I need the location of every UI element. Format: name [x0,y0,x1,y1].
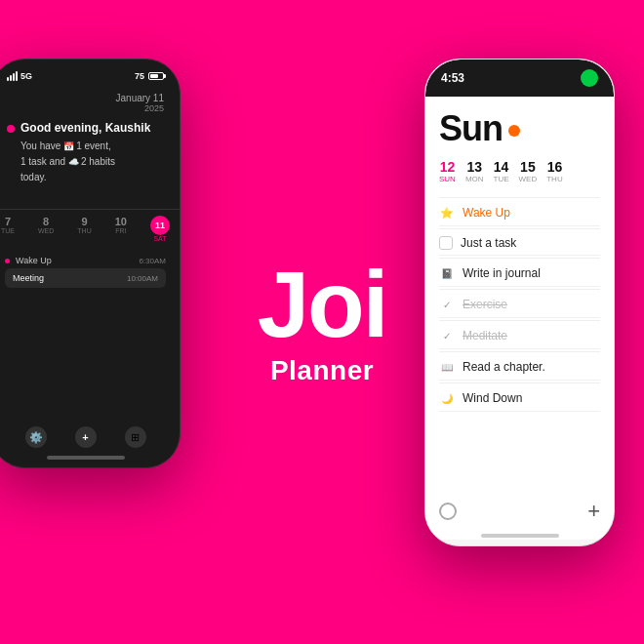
left-status-bar: 5G 75 [0,60,180,85]
sun-header: Sun [439,108,600,149]
left-bottom-bar: ⚙️ + ⊞ [0,426,180,448]
event-meeting-time: 10:00AM [127,274,158,283]
week-day-thu: 9 THU [77,216,91,242]
svg-point-0 [585,74,593,82]
battery-percent: 75 [135,71,144,81]
event-wakeup-time: 6:30AM [139,257,166,265]
date-13-mon[interactable]: 13 MON [465,159,484,183]
home-indicator-left [47,456,125,460]
left-year: 2025 [7,103,164,113]
app-tagline: Planner [258,355,387,386]
task-read-text: Read a chapter. [463,360,545,374]
phone-left: 5G 75 January 11 2025 Good evening, Kaus… [0,59,181,468]
date-num-16: 16 [546,159,562,175]
date-num-12: 12 [439,159,456,175]
right-content: Sun 12 SUN 13 MON 14 TUE 15 WED 16 THU [425,97,614,540]
task-list: ⭐ Wake Up Just a task 📓 Write in journal… [439,200,600,412]
right-bottom-bar: + [439,499,600,524]
date-day-sun: SUN [439,175,456,183]
date-14-tue[interactable]: 14 TUE [494,159,509,183]
settings-icon[interactable]: ⚙️ [25,426,47,448]
divider-2 [439,228,600,229]
greeting-text: Good evening, Kaushik [20,121,150,135]
app-name: Joi [258,258,387,351]
divider-4 [439,289,600,290]
exercise-check-icon: ✓ [439,297,455,312]
date-15-wed[interactable]: 15 WED [519,159,538,183]
circle-button[interactable] [439,503,457,520]
pink-dot [7,125,15,133]
network-type: 5G [20,71,32,81]
meditate-check-icon: ✓ [439,328,455,343]
day-label: Sun [439,108,503,149]
right-status-bar: 4:53 [425,60,614,97]
event-wakeup-title: Wake Up [16,256,52,265]
events-section: Wake Up 6:30AM Meeting 10:00AM [0,248,180,300]
wake-up-icon: ⭐ [439,205,455,221]
divider-3 [439,258,600,259]
week-day-tue: 7 TUE [1,216,15,242]
task-journal-text: Write in journal [463,266,541,280]
phone-right: 4:53 Sun 12 SUN 13 MON 14 TU [424,59,615,546]
event-wakeup: Wake Up 6:30AM [5,256,166,265]
event-meeting-title: Meeting [13,273,44,283]
date-num-14: 14 [494,159,509,175]
grid-icon[interactable]: ⊞ [125,426,146,448]
left-date: January 11 [7,93,164,103]
week-day-wed: 8 WED [38,216,54,242]
read-icon: 📖 [439,359,455,375]
battery-indicator: 75 [135,71,164,81]
week-bar: 7 TUE 8 WED 9 THU 10 FRI 11 SAT [0,209,180,248]
greeting-content: Good evening, Kaushik You have 📅 1 event… [20,121,150,185]
task-wake-up-text: Wake Up [463,206,510,220]
date-16-thu[interactable]: 16 THU [546,159,562,183]
center-branding: Joi Planner [258,258,387,386]
date-day-thu: THU [546,175,562,183]
task-just-a-task-text: Just a task [461,236,516,250]
summary-text: You have 📅 1 event, 1 task and ☁️ 2 habi… [20,139,150,185]
divider-7 [439,382,600,383]
date-num-13: 13 [465,159,484,175]
journal-icon: 📓 [439,265,455,281]
task-wind-down-text: Wind Down [463,391,522,405]
date-day-wed: WED [519,175,538,183]
home-indicator-right [481,534,559,538]
task-just-a-task[interactable]: Just a task [439,231,600,256]
divider-5 [439,320,600,321]
task-journal[interactable]: 📓 Write in journal [439,261,600,287]
left-greeting-section: Good evening, Kaushik You have 📅 1 event… [0,117,180,189]
date-num-15: 15 [519,159,538,175]
add-icon[interactable]: + [75,426,97,448]
task-meditate-text: Meditate [463,329,507,342]
date-day-tue: TUE [494,175,509,183]
task-read[interactable]: 📖 Read a chapter. [439,354,600,381]
task-exercise[interactable]: ✓ Exercise [439,292,600,318]
plus-button[interactable]: + [587,499,600,524]
day-dot [508,125,520,137]
date-row: 12 SUN 13 MON 14 TUE 15 WED 16 THU [439,159,600,183]
task-meditate[interactable]: ✓ Meditate [439,323,600,349]
green-dot-icon [581,69,598,87]
signal-indicator: 5G [7,71,32,81]
date-12-sun[interactable]: 12 SUN [439,159,456,183]
date-day-mon: MON [465,175,484,183]
right-status-icons [581,69,598,87]
task-exercise-text: Exercise [463,298,507,311]
week-day-fri: 10 FRI [115,216,127,242]
task-wake-up[interactable]: ⭐ Wake Up [439,200,600,226]
task-checkbox[interactable] [439,236,453,250]
event-meeting: Meeting 10:00AM [5,268,166,288]
week-day-sat-active: 11 SAT [150,216,170,242]
divider-1 [439,197,600,198]
right-time: 4:53 [441,71,464,85]
task-wind-down[interactable]: 🌙 Wind Down [439,385,600,412]
divider-6 [439,351,600,352]
left-date-section: January 11 2025 [0,85,180,117]
wind-down-icon: 🌙 [439,390,455,406]
